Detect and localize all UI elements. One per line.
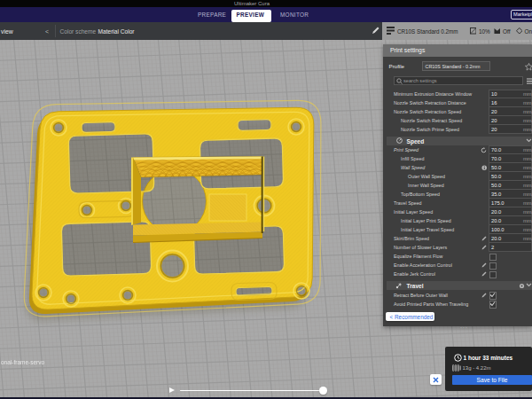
svg-text:onal-frame-servo: onal-frame-servo [1,359,45,365]
